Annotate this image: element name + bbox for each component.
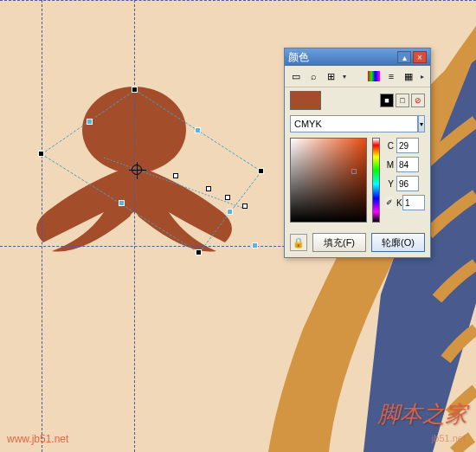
guide-vertical[interactable] [134,0,135,452]
selection-handle[interactable] [196,249,202,255]
selection-handle[interactable] [132,87,138,93]
svg-rect-2 [368,71,380,81]
pointer-tool-icon[interactable]: ▭ [288,68,304,84]
fill-mode-icon[interactable]: ■ [380,94,394,107]
selection-handle-mid[interactable] [252,242,258,249]
fill-button[interactable]: 填充(F) [312,233,366,252]
palette-icon[interactable]: ▦ [401,68,416,84]
sliders-icon[interactable]: ≡ [383,68,399,84]
guide-vertical[interactable] [42,0,42,452]
current-color-swatch[interactable] [290,91,321,110]
bezier-node[interactable] [225,195,230,200]
docker-toolbar: ▭ ⌕ ⊞ ▾ ≡ ▦ ▸ [285,66,430,87]
color-picker-field[interactable] [290,138,367,223]
grid-icon[interactable]: ⊞ [323,68,338,84]
rotation-center[interactable] [132,165,142,175]
panel-titlebar[interactable]: 颜色 ▴ × [285,48,430,66]
menu-flyout-icon[interactable]: ▸ [418,68,427,84]
panel-title: 颜色 [288,50,309,65]
colorspace-dropdown-button[interactable]: ▾ [418,115,425,132]
watermark-url: www.jb51.net [7,433,68,445]
colorspace-select[interactable] [290,115,418,132]
m-label: M [385,160,394,170]
selection-handle[interactable] [258,168,264,174]
outline-mode-icon[interactable]: □ [396,94,409,107]
picker-indicator[interactable] [351,169,357,174]
no-color-icon[interactable]: ⊘ [411,94,425,107]
dropdown-icon[interactable]: ▾ [340,68,349,84]
close-button[interactable]: × [413,51,427,63]
bezier-node[interactable] [206,186,211,191]
hue-slider[interactable] [372,138,380,223]
eyedropper-icon[interactable]: ✐ [385,197,394,209]
m-input[interactable] [396,157,419,172]
canvas[interactable]: 颜色 ▴ × ▭ ⌕ ⊞ ▾ ≡ ▦ ▸ ■ □ ⊘ [0,0,476,452]
selection-handle-mid[interactable] [195,127,201,133]
bezier-node[interactable] [242,203,248,209]
bezier-node[interactable] [173,173,178,178]
c-label: C [385,141,394,151]
selection-handle-mid[interactable] [87,119,93,125]
selection-handle-mid[interactable] [227,209,233,215]
spectrum-icon[interactable] [366,68,382,84]
watermark-sub: jb51.net [432,433,466,443]
k-label: K [396,198,400,208]
minimize-button[interactable]: ▴ [397,51,411,63]
selection-handle[interactable] [38,151,44,157]
c-input[interactable] [396,138,419,153]
selection-handle-mid[interactable] [119,200,125,206]
color-docker-panel: 颜色 ▴ × ▭ ⌕ ⊞ ▾ ≡ ▦ ▸ ■ □ ⊘ [284,48,431,258]
k-input[interactable] [402,195,425,210]
zoom-tool-icon[interactable]: ⌕ [306,68,321,84]
outline-button[interactable]: 轮廓(O) [371,233,425,252]
y-label: Y [385,179,394,189]
watermark-chinese: 脚本之家 [377,399,467,429]
guide-horizontal[interactable] [0,0,476,1]
lock-icon[interactable]: 🔒 [290,234,307,251]
y-input[interactable] [396,176,419,191]
